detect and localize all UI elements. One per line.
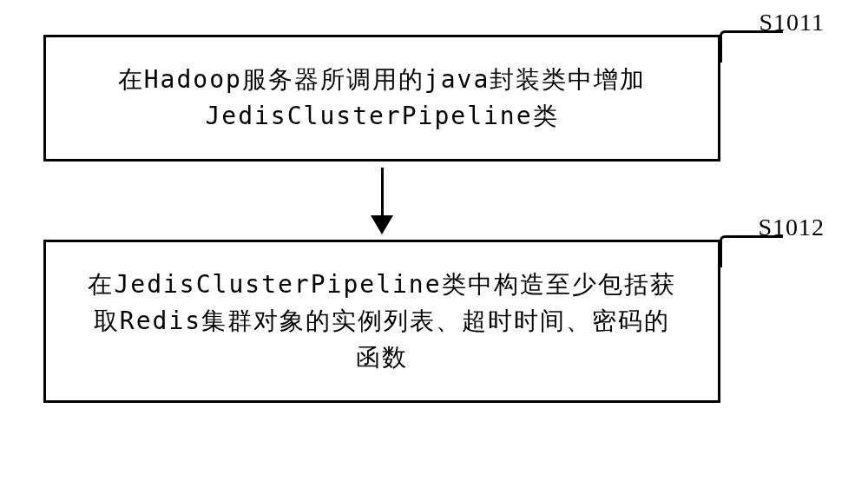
step-2-wrapper: S1012 在JedisClusterPipeline类中构造至少包括获取Red… xyxy=(43,240,720,403)
step-1-label: S1011 xyxy=(759,9,825,36)
arrow-line xyxy=(381,168,384,215)
arrow-head-icon xyxy=(371,215,393,234)
step-2-label: S1012 xyxy=(758,214,825,241)
step-2-box: 在JedisClusterPipeline类中构造至少包括获取Redis集群对象… xyxy=(43,240,720,403)
arrow-down xyxy=(43,162,720,240)
step-1-wrapper: S1011 在Hadoop服务器所调用的java封装类中增加JedisClust… xyxy=(43,35,720,162)
flowchart: S1011 在Hadoop服务器所调用的java封装类中增加JedisClust… xyxy=(43,35,825,403)
step-1-box: 在Hadoop服务器所调用的java封装类中增加JedisClusterPipe… xyxy=(43,35,720,162)
